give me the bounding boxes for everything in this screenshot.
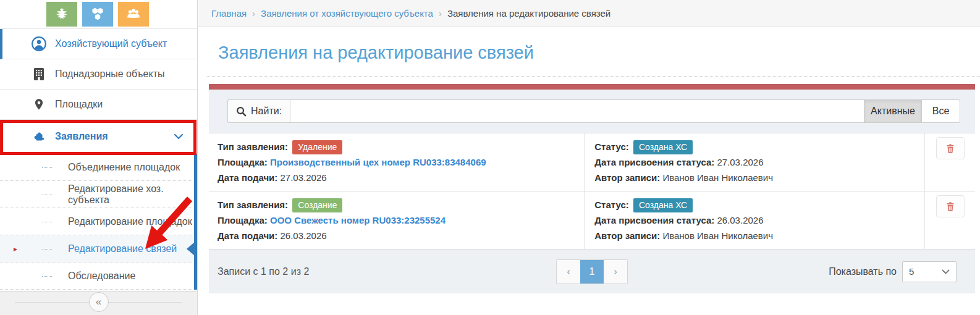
- author-value: Иванов Иван Николаевич: [662, 172, 773, 183]
- submit-date-label: Дата подачи:: [218, 230, 277, 241]
- active-item-pointer-icon: [187, 242, 195, 256]
- submenu-item-edit-entity[interactable]: Редактирование хоз. субъекта: [0, 181, 197, 208]
- filter-all-button[interactable]: Все: [922, 99, 960, 123]
- active-bullet-icon: ▸: [14, 245, 17, 253]
- submenu-item-inspection[interactable]: Обследование: [0, 262, 197, 290]
- panel-footer: Записи с 1 по 2 из 2 ‹ 1 › Показывать по…: [209, 249, 975, 293]
- application-info-right: Статус: Создана ХС Дата присвоения стату…: [584, 133, 924, 191]
- application-row: Тип заявления: Создание Площадка: ООО Св…: [209, 191, 975, 249]
- type-label: Тип заявления:: [218, 200, 288, 210]
- site-label: Площадка:: [218, 215, 268, 225]
- breadcrumb-current: Заявления на редактирование связей: [447, 8, 610, 19]
- type-badge: Удаление: [292, 140, 342, 154]
- site-link[interactable]: Производственный цех номер RU033:8348406…: [270, 157, 486, 167]
- delete-button[interactable]: [936, 195, 965, 217]
- submenu-accent-strip: [194, 154, 197, 290]
- sidebar-collapse-button[interactable]: «: [89, 292, 109, 312]
- status-badge: Создана ХС: [633, 140, 693, 154]
- chevron-down-icon: [942, 269, 950, 274]
- submit-date-label: Дата подачи:: [218, 172, 277, 183]
- logo-row: [0, 0, 197, 29]
- breadcrumb: Главная › Заявления от хозяйствующего су…: [198, 0, 980, 27]
- status-date-label: Дата присвоения статуса:: [594, 157, 714, 167]
- submenu-item-edit-links[interactable]: ▸ Редактирование связей: [0, 235, 197, 262]
- sidebar-item-label: Заявления: [55, 131, 108, 142]
- sidebar-item-business-entity[interactable]: Хозяйствующий субъект: [0, 29, 197, 59]
- trefoil-icon[interactable]: [82, 2, 113, 27]
- map-pin-icon: [31, 96, 47, 112]
- page-size-select[interactable]: 5: [902, 261, 957, 282]
- search-group: Найти: Активные Все: [227, 99, 960, 123]
- submenu-item-merge-sites[interactable]: Объединение площадок: [0, 154, 197, 181]
- sidebar-item-supervised-objects[interactable]: Поднадзорные объекты: [0, 59, 197, 90]
- submit-date-value: 27.03.2026: [281, 172, 327, 183]
- panel-top-bar: [209, 84, 975, 90]
- records-count: Записи с 1 по 2 из 2: [218, 266, 309, 277]
- prev-page-button[interactable]: ‹: [557, 260, 580, 284]
- row-actions: [924, 133, 975, 191]
- application-window: Хозяйствующий субъект Поднадзорные объек…: [0, 0, 980, 315]
- main-content: Главная › Заявления от хозяйствующего су…: [198, 0, 980, 315]
- application-info-left: Тип заявления: Создание Площадка: ООО Св…: [209, 191, 584, 249]
- pagination: ‹ 1 ›: [556, 259, 628, 284]
- submenu-item-label: Обследование: [68, 271, 135, 282]
- search-toolbar: Найти: Активные Все: [209, 90, 975, 133]
- divider: [207, 76, 980, 77]
- search-label: Найти:: [251, 106, 282, 117]
- building-icon: [31, 66, 47, 82]
- submit-date-value: 26.03.2026: [281, 230, 327, 241]
- delete-button[interactable]: [936, 137, 965, 159]
- sidebar-item-sites[interactable]: Площадки: [0, 90, 197, 120]
- next-page-button[interactable]: ›: [604, 260, 627, 284]
- rosselkhoznadzor-eagle-icon[interactable]: [46, 2, 77, 27]
- user-circle-icon: [31, 36, 47, 52]
- breadcrumb-home-link[interactable]: Главная: [211, 8, 247, 19]
- puzzle-icon: [31, 128, 47, 145]
- applications-submenu: Объединение площадок Редактирование хоз.…: [0, 154, 197, 290]
- submenu-item-label: Редактирование площадок: [68, 216, 192, 227]
- page-title: Заявления на редактирование связей: [218, 43, 980, 63]
- type-label: Тип заявления:: [218, 141, 288, 152]
- application-info-left: Тип заявления: Удаление Площадка: Произв…: [209, 133, 584, 191]
- submenu-item-label: Редактирование связей: [68, 243, 177, 254]
- search-icon: [236, 106, 247, 117]
- status-label: Статус:: [594, 141, 629, 152]
- page-size-control: Показывать по 5: [829, 261, 957, 282]
- site-label: Площадка:: [218, 157, 268, 167]
- sidebar-footer: «: [0, 291, 197, 315]
- submenu-item-label: Редактирование хоз. субъекта: [68, 183, 197, 206]
- author-value: Иванов Иван Николаевич: [662, 230, 773, 241]
- application-info-right: Статус: Создана ХС Дата присвоения стату…: [584, 191, 924, 249]
- application-row: Тип заявления: Удаление Площадка: Произв…: [209, 133, 975, 191]
- trash-icon: [945, 142, 956, 154]
- search-addon: Найти:: [227, 99, 290, 123]
- status-date-value: 26.03.2026: [717, 215, 763, 225]
- current-page-button[interactable]: 1: [580, 260, 604, 284]
- chevron-down-icon: [174, 131, 184, 142]
- type-badge: Создание: [292, 198, 342, 212]
- sidebar-item-label: Площадки: [55, 99, 103, 110]
- page-size-label: Показывать по: [829, 266, 897, 277]
- filter-active-button[interactable]: Активные: [864, 99, 922, 123]
- sidebar-item-label: Поднадзорные объекты: [55, 69, 165, 80]
- people-group-icon[interactable]: [118, 2, 149, 27]
- row-actions: [924, 191, 975, 249]
- sidebar-item-label: Хозяйствующий субъект: [55, 38, 167, 49]
- author-label: Автор записи:: [594, 230, 660, 241]
- submenu-item-edit-sites[interactable]: Редактирование площадок: [0, 208, 197, 235]
- applications-panel: Найти: Активные Все Тип заявления: Удале…: [209, 84, 975, 293]
- sidebar-item-applications[interactable]: Заявления: [0, 120, 197, 154]
- sidebar: Хозяйствующий субъект Поднадзорные объек…: [0, 0, 198, 315]
- search-input[interactable]: [290, 99, 864, 123]
- site-link[interactable]: ООО Свежесть номер RU033:23255524: [270, 215, 446, 225]
- status-date-label: Дата присвоения статуса:: [594, 215, 714, 225]
- page-size-value: 5: [909, 266, 914, 277]
- status-label: Статус:: [594, 200, 629, 210]
- breadcrumb-separator: ›: [247, 8, 261, 19]
- breadcrumb-section-link[interactable]: Заявления от хозяйствующего субъекта: [261, 8, 433, 19]
- submenu-item-label: Объединение площадок: [68, 162, 180, 173]
- breadcrumb-separator: ›: [433, 8, 447, 19]
- status-date-value: 27.03.2026: [717, 157, 763, 167]
- trash-icon: [945, 200, 956, 212]
- author-label: Автор записи:: [594, 172, 660, 183]
